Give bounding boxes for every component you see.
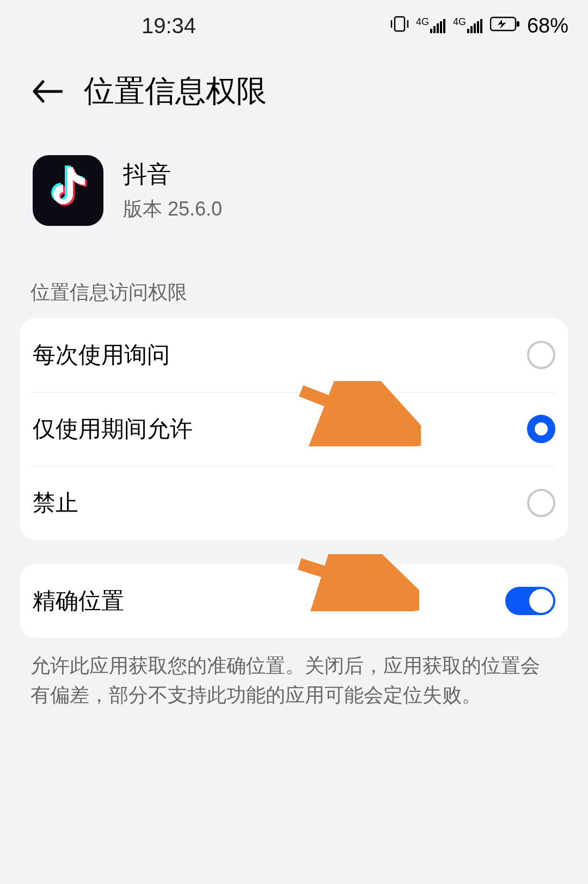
option-label: 每次使用询问 [33,340,170,370]
svg-rect-7 [443,19,445,33]
radio-unchecked-icon [527,489,555,517]
page-header: 位置信息权限 [0,52,588,129]
vibrate-icon [390,15,409,36]
battery-icon [490,15,520,36]
option-ask-every-time[interactable]: 每次使用询问 [20,318,568,392]
precise-location-label: 精确位置 [33,586,124,616]
battery-percent: 68% [527,14,568,38]
back-arrow-icon [32,79,63,103]
options-card: 每次使用询问 仅使用期间允许 禁止 [20,318,568,540]
footer-note: 允许此应用获取您的准确位置。关闭后，应用获取的位置会有偏差，部分不支持此功能的应… [0,638,588,723]
status-indicators: 4G 4G 68% [390,14,568,38]
svg-rect-4 [433,26,436,33]
svg-rect-0 [395,17,405,31]
tiktok-icon [46,165,90,216]
option-label: 禁止 [33,488,78,518]
signal-1-icon: 4G [416,19,446,33]
status-time: 19:34 [142,14,196,38]
svg-rect-9 [470,26,473,33]
svg-rect-6 [440,21,442,33]
precise-location-row[interactable]: 精确位置 [20,564,568,638]
svg-rect-3 [430,29,432,33]
precise-location-card: 精确位置 [20,564,568,638]
option-deny[interactable]: 禁止 [20,466,568,540]
app-name: 抖音 [123,158,222,191]
section-label: 位置信息访问权限 [0,253,588,318]
app-icon [33,155,103,226]
signal-2-icon: 4G [453,19,483,33]
app-version: 版本 25.6.0 [123,196,222,223]
app-info: 抖音 版本 25.6.0 [0,129,588,253]
status-bar: 19:34 4G 4G 68% [0,0,588,52]
back-button[interactable] [26,70,69,113]
svg-rect-10 [474,23,476,33]
svg-rect-14 [517,21,519,27]
page-title: 位置信息权限 [84,71,267,112]
toggle-on-icon [505,587,555,615]
radio-checked-icon [527,415,555,443]
svg-rect-5 [437,23,439,33]
radio-unchecked-icon [527,341,555,369]
option-allow-while-using[interactable]: 仅使用期间允许 [20,392,568,466]
option-label: 仅使用期间允许 [33,414,193,444]
svg-rect-11 [477,21,479,33]
svg-rect-8 [467,29,469,33]
app-text: 抖音 版本 25.6.0 [123,158,222,223]
svg-rect-12 [480,19,482,33]
